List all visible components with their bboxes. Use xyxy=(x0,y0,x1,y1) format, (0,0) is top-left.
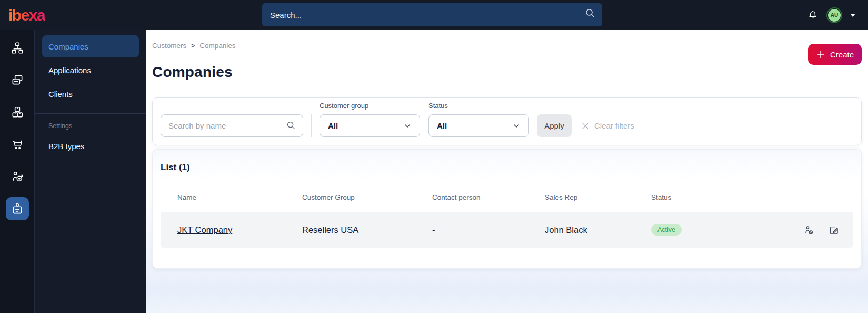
shopping-cart-icon[interactable] xyxy=(6,133,29,156)
close-icon xyxy=(581,122,590,130)
notifications-bell-icon[interactable] xyxy=(807,9,819,21)
status-select[interactable]: All xyxy=(428,114,529,137)
sitemap-icon[interactable] xyxy=(6,36,29,60)
topbar: ibexa AU xyxy=(0,0,868,30)
filter-search-input[interactable] xyxy=(161,114,303,137)
sidebar-menu: Companies Applications Clients Settings … xyxy=(35,30,146,313)
page-title: Companies xyxy=(152,64,862,81)
column-contact-person: Contact person xyxy=(432,193,545,201)
list-title: List (1) xyxy=(161,150,853,173)
column-status: Status xyxy=(651,193,790,201)
sidebar-item-companies[interactable]: Companies xyxy=(42,35,139,57)
status-badge: Active xyxy=(651,224,682,236)
menu-divider xyxy=(35,113,146,114)
clear-filters-button[interactable]: Clear filters xyxy=(581,114,634,137)
plus-icon xyxy=(816,50,825,59)
customer-group-select[interactable]: All xyxy=(320,114,420,137)
customer-badge-icon[interactable] xyxy=(6,197,29,220)
edit-icon[interactable] xyxy=(829,224,840,236)
user-menu-caret-icon[interactable] xyxy=(850,14,855,17)
table-header: Name Customer Group Contact person Sales… xyxy=(161,182,853,212)
product-boxes-icon[interactable] xyxy=(6,101,29,124)
filter-divider xyxy=(311,114,312,137)
column-name: Name xyxy=(177,193,302,201)
user-avatar[interactable]: AU xyxy=(826,7,842,23)
breadcrumb-customers[interactable]: Customers xyxy=(152,42,186,50)
sidebar-item-b2b-types[interactable]: B2B types xyxy=(42,135,139,157)
customer-group-label: Customer group xyxy=(320,102,420,110)
apply-button[interactable]: Apply xyxy=(537,114,572,137)
company-name-link[interactable]: JKT Company xyxy=(177,225,232,234)
chevron-down-icon xyxy=(403,122,412,130)
main-content: Customers > Companies Create Companies xyxy=(146,30,868,313)
column-customer-group: Customer Group xyxy=(302,193,432,201)
menu-section-settings: Settings xyxy=(48,122,139,130)
create-button[interactable]: Create xyxy=(808,44,862,65)
cell-contact-person: - xyxy=(432,225,545,235)
status-label: Status xyxy=(428,102,529,110)
column-sales-rep: Sales Rep xyxy=(545,193,651,201)
content-cards-icon[interactable] xyxy=(6,69,29,92)
breadcrumb-separator: > xyxy=(191,42,195,50)
topbar-right: AU xyxy=(807,0,855,30)
breadcrumb-companies: Companies xyxy=(199,42,235,50)
audience-target-icon[interactable] xyxy=(6,165,29,188)
icon-rail xyxy=(0,30,35,313)
global-search-input[interactable] xyxy=(262,3,602,26)
table-row[interactable]: JKT Company Resellers USA - John Black A… xyxy=(161,212,853,248)
sidebar-item-clients[interactable]: Clients xyxy=(42,83,139,105)
ibexa-logo: ibexa xyxy=(8,7,45,23)
chevron-down-icon xyxy=(512,122,521,130)
deactivate-user-icon[interactable] xyxy=(803,224,814,236)
breadcrumb: Customers > Companies xyxy=(152,42,862,50)
cell-customer-group: Resellers USA xyxy=(302,225,432,235)
search-icon[interactable] xyxy=(584,7,596,19)
cell-sales-rep: John Black xyxy=(545,225,651,235)
companies-list-panel: List (1) Name Customer Group Contact per… xyxy=(152,149,862,269)
filters-panel: Customer group All Status All xyxy=(152,97,862,145)
search-icon xyxy=(286,120,296,131)
sidebar-item-applications[interactable]: Applications xyxy=(42,59,139,81)
